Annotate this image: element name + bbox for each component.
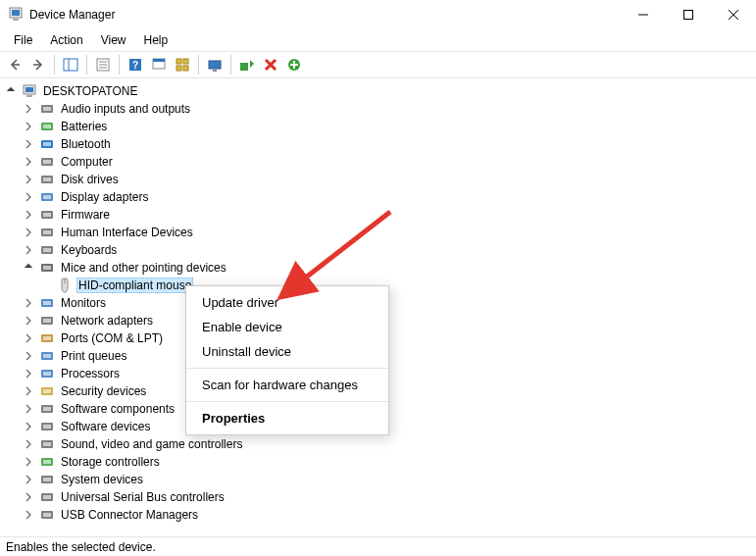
expander-icon[interactable] [22, 137, 35, 151]
menu-file[interactable]: File [6, 31, 40, 49]
properties-button[interactable] [92, 54, 114, 76]
toolbar-separator [198, 55, 199, 75]
tree-category[interactable]: Disk drives [4, 171, 754, 188]
tree-category[interactable]: Firmware [4, 206, 754, 224]
tree-category[interactable]: Storage controllers [4, 453, 754, 471]
svg-rect-18 [153, 59, 165, 62]
expander-icon[interactable] [22, 190, 35, 204]
context-menu: Update driverEnable deviceUninstall devi… [185, 285, 389, 435]
enable-button[interactable] [236, 54, 258, 76]
statusbar: Enables the selected device. [0, 536, 756, 556]
scan-hardware-button[interactable] [283, 54, 305, 76]
expander-icon[interactable] [22, 331, 35, 345]
expander-icon[interactable] [22, 173, 35, 186]
tree-category-label: Software devices [59, 419, 152, 434]
update-driver-button[interactable] [204, 54, 226, 76]
close-button[interactable] [711, 0, 756, 29]
expander-icon[interactable] [22, 420, 35, 433]
expander-icon[interactable] [22, 490, 35, 504]
expander-icon[interactable] [22, 226, 35, 239]
uninstall-button[interactable] [260, 54, 281, 76]
forward-button[interactable] [27, 54, 49, 76]
expander-icon[interactable] [22, 349, 35, 363]
tree-category[interactable]: Mice and other pointing devices [4, 259, 754, 277]
view-button[interactable] [172, 54, 193, 76]
window-title: Device Manager [29, 8, 621, 22]
category-icon [39, 383, 55, 399]
tree-category[interactable]: USB Connector Managers [4, 506, 754, 524]
tree-category-label: Display adapters [59, 189, 150, 205]
expander-icon[interactable] [22, 102, 35, 116]
svg-rect-62 [43, 372, 51, 376]
tree-category[interactable]: Batteries [4, 118, 754, 135]
tree-category[interactable]: Human Interface Devices [4, 224, 754, 241]
tree-root[interactable]: DESKTOPATONE [4, 82, 754, 100]
tree-category-label: System devices [59, 472, 145, 487]
help-button[interactable]: ? [125, 54, 146, 76]
maximize-button[interactable] [666, 0, 711, 29]
menu-view[interactable]: View [93, 31, 134, 49]
tree-category[interactable]: System devices [4, 471, 754, 488]
svg-text:?: ? [132, 60, 138, 71]
back-button[interactable] [4, 54, 25, 76]
action-button[interactable] [148, 54, 170, 76]
svg-rect-47 [43, 230, 51, 234]
svg-rect-39 [43, 160, 51, 164]
tree-category-label: Disk drives [59, 172, 121, 187]
tree-category[interactable]: Audio inputs and outputs [4, 100, 754, 118]
svg-rect-23 [209, 61, 221, 69]
context-menu-item[interactable]: Enable device [186, 315, 388, 339]
tree-category-label: Software components [59, 401, 176, 417]
category-icon [39, 313, 55, 329]
svg-rect-78 [43, 513, 51, 517]
category-icon [39, 419, 55, 434]
svg-rect-33 [43, 107, 51, 111]
tree-category[interactable]: Universal Serial Bus controllers [4, 488, 754, 506]
expander-icon[interactable] [22, 296, 35, 310]
minimize-button[interactable] [621, 0, 666, 29]
toolbar-separator [230, 55, 231, 75]
category-icon [39, 101, 55, 117]
tree-category[interactable]: Display adapters [4, 188, 754, 206]
svg-rect-54 [43, 301, 51, 305]
expander-icon[interactable] [22, 437, 35, 451]
expander-icon[interactable] [22, 243, 35, 257]
expander-icon[interactable] [22, 508, 35, 522]
expander-icon[interactable] [22, 314, 35, 328]
tree-category-label: Keyboards [59, 242, 119, 258]
tree-category[interactable]: Keyboards [4, 241, 754, 259]
menu-action[interactable]: Action [42, 31, 90, 49]
expander-icon[interactable] [22, 402, 35, 416]
expander-icon[interactable] [22, 455, 35, 469]
category-icon [39, 472, 55, 487]
svg-rect-9 [64, 59, 77, 71]
expander-icon[interactable] [22, 367, 35, 380]
expander-icon[interactable] [22, 208, 35, 222]
expander-icon[interactable] [22, 120, 35, 133]
category-icon [39, 454, 55, 470]
context-menu-item[interactable]: Uninstall device [186, 339, 388, 364]
show-hide-tree-button[interactable] [60, 54, 81, 76]
category-icon [39, 260, 55, 276]
expander-icon[interactable] [22, 384, 35, 398]
category-icon [39, 119, 55, 134]
context-menu-item[interactable]: Update driver [186, 290, 388, 315]
expander-icon[interactable] [22, 261, 35, 275]
tree-category[interactable]: Sound, video and game controllers [4, 435, 754, 453]
expander-icon[interactable] [4, 84, 18, 98]
svg-rect-74 [43, 478, 51, 481]
category-icon [39, 189, 55, 205]
svg-rect-72 [43, 460, 51, 464]
expander-icon[interactable] [22, 155, 35, 169]
svg-rect-30 [25, 87, 33, 92]
tree-device-label: HID-compliant mouse [76, 278, 193, 293]
category-icon [39, 489, 55, 505]
context-menu-item[interactable]: Scan for hardware changes [186, 373, 388, 397]
category-icon [39, 207, 55, 223]
context-menu-item[interactable]: Properties [186, 406, 388, 430]
menu-help[interactable]: Help [136, 31, 176, 49]
svg-rect-66 [43, 407, 51, 411]
tree-category[interactable]: Computer [4, 153, 754, 171]
expander-icon[interactable] [22, 473, 35, 486]
tree-category[interactable]: Bluetooth [4, 135, 754, 153]
